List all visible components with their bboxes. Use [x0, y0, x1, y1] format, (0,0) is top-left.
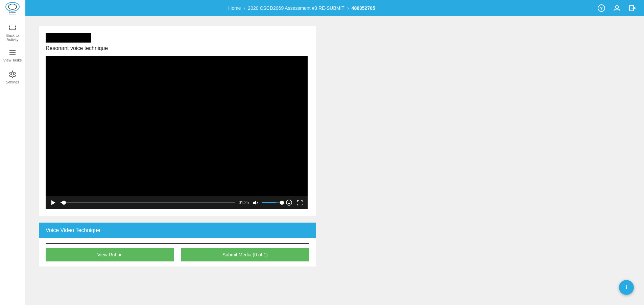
volume-bar[interactable] [262, 202, 282, 203]
mute-button[interactable] [252, 199, 260, 206]
svg-point-0 [6, 2, 19, 11]
top-nav: bridge 2practice Home › 2020 CSCD2069 As… [0, 0, 644, 16]
play-button[interactable] [50, 199, 57, 206]
vvt-section: Voice Video Technique View Rubric Submit… [39, 223, 316, 266]
breadcrumb-sep2: › [347, 5, 349, 11]
fab-help-button[interactable]: i [619, 280, 634, 295]
volume-thumb [280, 201, 284, 205]
sidebar: Back toActivity View Tasks Settings [0, 16, 25, 305]
svg-marker-19 [253, 200, 256, 205]
progress-fill [61, 202, 64, 203]
breadcrumb-course[interactable]: 2020 CSCD2069 Assessment #3 RE-SUBMIT [248, 5, 344, 11]
video-section: Resonant voice technique 01:25 [39, 26, 316, 216]
breadcrumb-sep1: › [244, 5, 245, 11]
sidebar-item-back-to-activity[interactable]: Back toActivity [0, 20, 25, 46]
film-icon [9, 24, 16, 32]
breadcrumb-id[interactable]: 480352705 [352, 5, 375, 11]
svg-text:2practice: 2practice [9, 13, 16, 15]
submit-media-button[interactable]: Submit Media (0 of 1) [181, 248, 309, 261]
svg-rect-9 [9, 25, 16, 30]
view-rubric-button[interactable]: View Rubric [46, 248, 174, 261]
help-icon[interactable]: ? [597, 3, 606, 13]
nav-icons: ? [597, 3, 637, 13]
fullscreen-button[interactable] [296, 199, 304, 206]
svg-text:i: i [626, 285, 627, 290]
divider [46, 243, 309, 244]
video-screen[interactable] [46, 56, 308, 196]
logo-svg: bridge 2practice [3, 2, 22, 15]
progress-bar[interactable] [61, 202, 235, 203]
time-display: 01:25 [239, 200, 249, 205]
back-to-activity-label: Back toActivity [6, 33, 19, 42]
main-content: Resonant voice technique 01:25 [25, 16, 644, 305]
breadcrumb-home[interactable]: Home [228, 5, 241, 11]
sidebar-item-view-tasks[interactable]: View Tasks [0, 46, 25, 66]
progress-thumb [62, 201, 66, 205]
svg-point-6 [616, 6, 619, 9]
svg-point-1 [8, 4, 17, 9]
svg-rect-11 [9, 28, 10, 29]
progress-container [61, 202, 235, 203]
sidebar-item-settings[interactable]: Settings [0, 66, 25, 88]
gear-icon [9, 70, 16, 79]
video-controls: 01:25 [46, 196, 308, 209]
logout-icon[interactable] [628, 3, 637, 13]
video-title: Resonant voice technique [46, 45, 309, 51]
redacted-title-bar [46, 33, 91, 43]
list-icon [9, 50, 16, 57]
volume-fill [262, 202, 276, 203]
vvt-body: View Rubric Submit Media (0 of 1) [39, 238, 316, 266]
svg-rect-12 [15, 26, 16, 27]
svg-point-17 [11, 73, 14, 75]
view-tasks-label: View Tasks [3, 58, 22, 62]
svg-marker-18 [51, 200, 55, 205]
user-icon[interactable] [612, 3, 622, 13]
svg-rect-10 [9, 26, 10, 27]
logo: bridge 2practice [0, 0, 25, 16]
svg-rect-13 [15, 28, 16, 29]
video-player: 01:25 [46, 56, 308, 209]
svg-text:?: ? [600, 6, 603, 11]
green-btn-row: View Rubric Submit Media (0 of 1) [46, 248, 309, 261]
volume-section [252, 199, 282, 206]
download-button[interactable] [285, 199, 293, 206]
settings-label: Settings [6, 80, 19, 84]
breadcrumb: Home › 2020 CSCD2069 Assessment #3 RE-SU… [7, 5, 597, 11]
vvt-header: Voice Video Technique [39, 223, 316, 238]
